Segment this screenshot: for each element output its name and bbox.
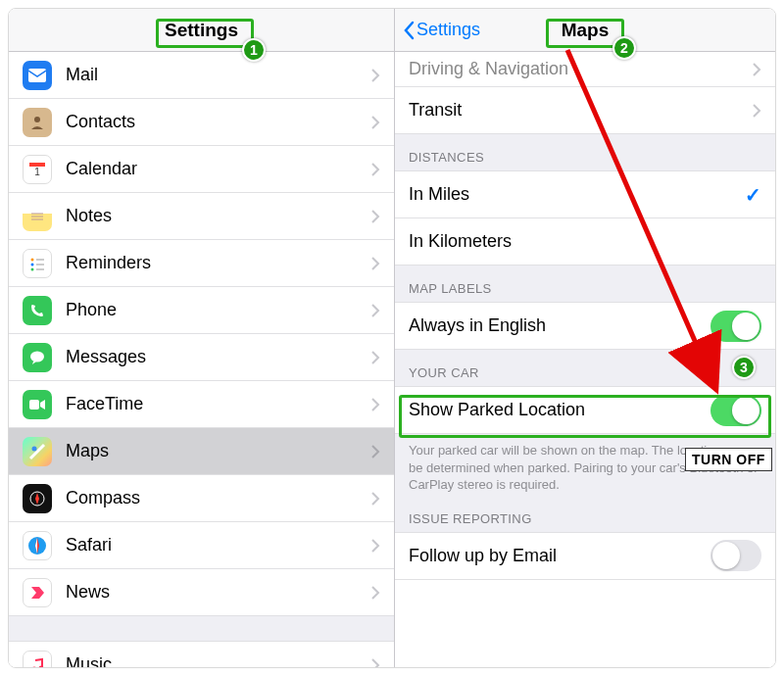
chevron-right-icon [371, 257, 380, 270]
settings-item-label: Mail [66, 65, 371, 85]
maps-header: Settings Maps [395, 9, 775, 52]
svg-point-7 [31, 258, 34, 261]
show-parked-row[interactable]: Show Parked Location [395, 387, 775, 434]
checkmark-icon: ✓ [745, 183, 761, 207]
always-english-row[interactable]: Always in English [395, 303, 775, 350]
settings-item-label: FaceTime [66, 394, 371, 414]
settings-item-contacts[interactable]: Contacts [9, 99, 394, 146]
messages-icon [23, 343, 52, 372]
follow-email-row[interactable]: Follow up by Email [395, 533, 775, 580]
settings-item-label: Compass [66, 488, 371, 508]
settings-item-label: Notes [66, 206, 371, 226]
chevron-right-icon [371, 304, 380, 317]
maps-pane: Settings Maps Driving & Navigation Trans… [394, 9, 775, 667]
settings-item-notes[interactable]: Notes [9, 193, 394, 240]
settings-item-label: Phone [66, 300, 371, 320]
maps-icon [23, 437, 52, 466]
settings-item-reminders[interactable]: Reminders [9, 240, 394, 287]
chevron-right-icon [371, 445, 380, 459]
row-label: Always in English [409, 315, 710, 336]
row-label: Driving & Navigation [409, 59, 753, 79]
settings-item-messages[interactable]: Messages [9, 334, 394, 381]
svg-point-18 [32, 666, 37, 668]
settings-item-maps[interactable]: Maps [9, 428, 394, 475]
settings-item-label: Calendar [66, 159, 371, 179]
chevron-right-icon [371, 398, 380, 411]
settings-item-phone[interactable]: Phone [9, 287, 394, 334]
screenshot-frame: Settings Mail Contacts 1 [8, 8, 776, 668]
music-icon [23, 651, 52, 669]
calendar-icon: 1 [23, 155, 52, 184]
compass-icon [23, 484, 52, 513]
chevron-right-icon [371, 586, 380, 600]
row-label: Show Parked Location [409, 400, 710, 420]
chevron-right-icon [371, 163, 380, 176]
chevron-right-icon [371, 658, 380, 669]
phone-icon [23, 296, 52, 325]
section-map-labels: MAP LABELS [395, 266, 775, 303]
settings-list: Mail Contacts 1 Calendar [9, 52, 394, 668]
distances-miles[interactable]: In Miles ✓ [395, 171, 775, 218]
settings-item-label: Reminders [66, 253, 371, 273]
back-button[interactable]: Settings [403, 9, 480, 51]
settings-item-label: Maps [66, 441, 371, 461]
settings-pane: Settings Mail Contacts 1 [9, 9, 394, 667]
section-distances: DISTANCES [395, 134, 775, 171]
back-label: Settings [416, 20, 480, 40]
follow-email-toggle[interactable] [710, 540, 761, 571]
settings-item-label: Contacts [66, 112, 371, 132]
svg-rect-14 [29, 400, 39, 410]
settings-item-facetime[interactable]: FaceTime [9, 381, 394, 428]
chevron-right-icon [371, 492, 380, 506]
chevron-right-icon [753, 63, 761, 76]
chevron-right-icon [371, 69, 380, 82]
svg-point-15 [32, 446, 37, 451]
news-icon [23, 578, 52, 607]
settings-item-label: Music [66, 654, 371, 668]
maps-title: Maps [562, 20, 610, 41]
chevron-right-icon [371, 539, 380, 553]
row-label: Follow up by Email [409, 546, 710, 566]
chevron-right-icon [371, 116, 380, 129]
settings-item-safari[interactable]: Safari [9, 522, 394, 569]
settings-item-label: Safari [66, 535, 371, 555]
section-gap [9, 616, 394, 642]
chevron-right-icon [753, 104, 761, 118]
settings-item-calendar[interactable]: 1 Calendar [9, 146, 394, 193]
show-parked-toggle[interactable] [710, 395, 761, 426]
section-issue-reporting: ISSUE REPORTING [395, 504, 775, 533]
settings-title: Settings [165, 20, 238, 41]
svg-point-11 [31, 267, 34, 270]
maps-item-transit[interactable]: Transit [395, 87, 775, 134]
chevron-right-icon [371, 210, 380, 223]
facetime-icon [23, 390, 52, 419]
svg-point-13 [30, 351, 44, 362]
settings-item-compass[interactable]: Compass [9, 475, 394, 522]
settings-header: Settings [9, 9, 394, 52]
svg-point-1 [34, 117, 40, 122]
settings-item-mail[interactable]: Mail [9, 52, 394, 99]
reminders-icon [23, 249, 52, 278]
maps-list: Driving & Navigation Transit DISTANCES I… [395, 52, 775, 580]
always-english-toggle[interactable] [710, 311, 761, 342]
settings-item-label: Messages [66, 347, 371, 367]
safari-icon [23, 531, 52, 560]
row-label: Transit [409, 100, 753, 121]
settings-item-music[interactable]: Music [9, 642, 394, 668]
chevron-right-icon [371, 351, 380, 364]
maps-item-driving[interactable]: Driving & Navigation [395, 52, 775, 87]
mail-icon [23, 61, 52, 90]
svg-text:1: 1 [34, 167, 40, 177]
notes-icon [23, 202, 52, 231]
section-your-car: YOUR CAR [395, 350, 775, 387]
settings-item-news[interactable]: News [9, 569, 394, 616]
row-label: In Miles [409, 184, 745, 205]
svg-point-9 [31, 263, 34, 266]
settings-item-label: News [66, 582, 371, 603]
chevron-left-icon [403, 21, 415, 40]
distances-km[interactable]: In Kilometers [395, 218, 775, 266]
contacts-icon [23, 108, 52, 137]
row-label: In Kilometers [409, 231, 761, 252]
svg-rect-0 [28, 69, 46, 82]
your-car-footer: Your parked car will be shown on the map… [395, 434, 775, 504]
